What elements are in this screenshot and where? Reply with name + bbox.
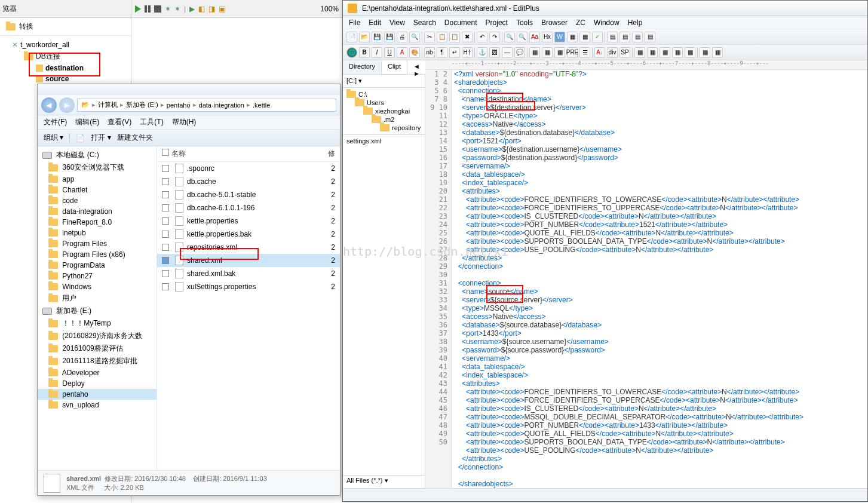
checkbox-icon[interactable]: [162, 191, 169, 198]
nav-back-button[interactable]: ◄: [41, 97, 57, 113]
new-icon[interactable]: 📄: [346, 32, 357, 42]
replace-icon[interactable]: 🔍: [517, 32, 527, 42]
bc-item[interactable]: pentaho: [167, 102, 191, 109]
menu-document[interactable]: Document: [444, 19, 477, 27]
col-mod[interactable]: 修: [328, 149, 335, 159]
side-folder[interactable]: 用户: [38, 292, 157, 305]
undo-icon[interactable]: ↶: [477, 32, 487, 42]
checkbox-icon[interactable]: [162, 270, 169, 277]
open-button[interactable]: 打开 ▾: [91, 133, 111, 143]
saveall-icon[interactable]: 💾: [384, 32, 395, 42]
nav-forward-button[interactable]: ►: [59, 97, 75, 113]
bc-item[interactable]: 计算机: [98, 100, 118, 109]
toolbar-icon[interactable]: ▤: [619, 32, 630, 42]
toolbar-icon[interactable]: ▦: [672, 47, 683, 58]
list-icon[interactable]: ☰: [579, 47, 590, 58]
side-folder[interactable]: code: [38, 195, 157, 206]
file-row[interactable]: .spoonrc2: [157, 162, 340, 175]
drive-selector[interactable]: [C:] ▾: [343, 75, 425, 88]
tb-icon[interactable]: ▶: [189, 5, 195, 13]
run-icon[interactable]: [135, 5, 141, 13]
menu-view[interactable]: 查看(V): [108, 117, 131, 127]
file-row[interactable]: shared.xml2: [157, 254, 340, 267]
comment-icon[interactable]: 💬: [514, 47, 525, 58]
toolbar-icon[interactable]: ▦: [700, 47, 710, 58]
preview-icon[interactable]: ✶: [165, 5, 171, 13]
redo-icon[interactable]: ↷: [489, 32, 500, 42]
sp-icon[interactable]: SP: [619, 47, 630, 58]
tree-conn-src[interactable]: source: [0, 73, 131, 84]
code-editor[interactable]: <?xml version="1.0" encoding="UTF-8"?><s…: [452, 70, 867, 488]
side-folder[interactable]: 360安全浏览器下载: [38, 161, 157, 174]
tree-conn-dest[interactable]: destination: [0, 63, 131, 73]
hr-icon[interactable]: —: [502, 47, 513, 58]
bc-item[interactable]: data-integration: [199, 102, 244, 109]
file-row[interactable]: db.cache-5.0.1-stable2: [157, 188, 340, 201]
side-folder[interactable]: Program Files: [38, 238, 157, 249]
toolbar-icon[interactable]: ▦: [567, 32, 578, 42]
tree-workorder[interactable]: ✕t_workorder_all: [0, 39, 131, 50]
menu-edit[interactable]: 编辑(E): [75, 117, 99, 127]
side-folder[interactable]: Program Files (x86): [38, 249, 157, 260]
menu-window[interactable]: Window: [594, 19, 619, 27]
col-name[interactable]: 名称: [171, 149, 328, 159]
open-icon[interactable]: 📂: [359, 32, 370, 42]
side-folder[interactable]: FineReport_8.0: [38, 217, 157, 228]
menu-help[interactable]: Help: [628, 19, 643, 27]
pause-icon[interactable]: [145, 5, 151, 13]
nb-icon[interactable]: nb: [424, 47, 435, 58]
newfolder-button[interactable]: 新建文件夹: [117, 133, 153, 143]
br-icon[interactable]: ↵: [449, 47, 460, 58]
toolbar-icon[interactable]: ▦: [554, 47, 565, 58]
toolbar-icon[interactable]: ▦: [647, 47, 658, 58]
side-folder[interactable]: 20161009桥梁评估: [38, 342, 157, 355]
org-button[interactable]: 组织 ▾: [44, 133, 63, 143]
menu-tools[interactable]: 工具(T): [140, 117, 163, 127]
side-folder[interactable]: svn_upload: [38, 400, 157, 410]
file-row[interactable]: repositories.xml2: [157, 241, 340, 254]
menu-view[interactable]: View: [389, 19, 405, 27]
file-row[interactable]: kettle.properties.bak2: [157, 228, 340, 241]
files-header[interactable]: 名称 修: [157, 146, 340, 162]
copy-icon[interactable]: 📋: [437, 32, 447, 42]
kettle-root[interactable]: 转换: [0, 18, 131, 36]
explorer-sidebar[interactable]: 本地磁盘 (C:) 360安全浏览器下载 app Chartlet code d…: [38, 146, 157, 470]
debug-icon[interactable]: ✶: [174, 5, 180, 13]
img-icon[interactable]: 🖼: [489, 47, 500, 58]
preview-icon[interactable]: 🔍: [409, 32, 420, 42]
side-folder[interactable]: Deploy: [38, 378, 157, 389]
drive-c[interactable]: 本地磁盘 (C:): [38, 149, 157, 161]
anchor-icon[interactable]: ⚓: [477, 47, 487, 58]
side-folder[interactable]: Chartlet: [38, 185, 157, 195]
tab-nav[interactable]: ◄ ►: [407, 60, 427, 74]
tree-db-conn[interactable]: DB连接: [0, 50, 131, 63]
side-folder[interactable]: data-integration: [38, 206, 157, 217]
checkbox-icon[interactable]: [162, 149, 169, 156]
delete-icon[interactable]: ✖: [462, 32, 473, 42]
dir-item[interactable]: Users: [343, 99, 425, 107]
bc-item[interactable]: .kettle: [253, 102, 270, 109]
checkbox-icon[interactable]: [162, 257, 169, 264]
side-folder[interactable]: Windows: [38, 281, 157, 292]
side-folder[interactable]: ！！！MyTemp: [38, 317, 157, 330]
save-icon[interactable]: 💾: [372, 32, 382, 42]
breadcrumb[interactable]: 📂 ▸计算机 ▸新加卷 (E:) ▸pentaho ▸data-integrat…: [77, 99, 336, 112]
tb-icon[interactable]: ◨: [208, 5, 215, 13]
dir-item[interactable]: repository: [343, 124, 425, 132]
checkbox-icon[interactable]: [162, 165, 169, 172]
menu-zc[interactable]: ZC: [576, 19, 585, 27]
checkbox-icon[interactable]: [162, 178, 169, 185]
menu-tools[interactable]: Tools: [516, 19, 533, 27]
aa-icon[interactable]: Aa: [529, 32, 540, 42]
paste-icon[interactable]: 📋: [449, 32, 460, 42]
side-folder[interactable]: ADeveloper: [38, 367, 157, 378]
menu-edit[interactable]: Edit: [369, 19, 381, 27]
menu-file[interactable]: File: [349, 19, 360, 27]
w-icon[interactable]: W: [554, 32, 565, 42]
explorer-titlebar[interactable]: [38, 84, 340, 95]
pre-icon[interactable]: PRE: [567, 47, 578, 58]
file-filter[interactable]: All Files (*.*) ▾: [343, 475, 425, 488]
checkbox-icon[interactable]: [162, 283, 169, 290]
side-folder[interactable]: pentaho: [38, 389, 157, 400]
file-row[interactable]: shared.xml.bak2: [157, 267, 340, 280]
